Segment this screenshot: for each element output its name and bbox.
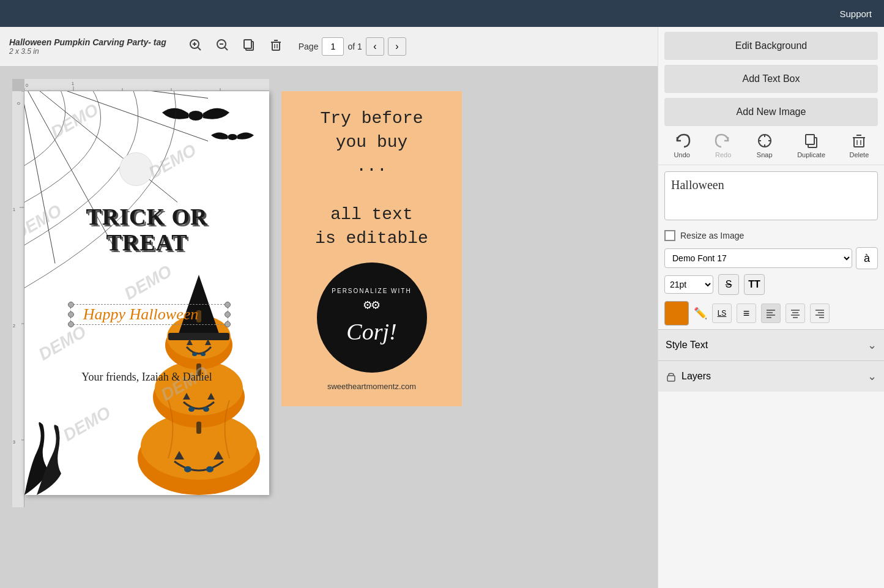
resize-as-image-checkbox[interactable] (664, 230, 675, 241)
svg-point-63 (206, 466, 214, 472)
moon (119, 152, 153, 186)
strikethrough-button[interactable]: S (718, 274, 739, 295)
svg-line-40 (24, 91, 208, 99)
align-left-button[interactable] (761, 303, 781, 323)
color-swatch[interactable] (664, 301, 689, 326)
snap-icon (756, 132, 773, 149)
svg-rect-51 (168, 333, 229, 340)
preview-logo-circle: PERSONALIZE WITH ⚙️⚙️ Corj! (317, 262, 427, 373)
doc-title-sub: 2 x 3.5 in (9, 47, 166, 56)
style-text-label: Style Text (666, 340, 708, 351)
canvas-area: Halloween Pumpkin Carving Party- tag 2 x… (0, 27, 658, 588)
svg-text:2: 2 (13, 324, 15, 328)
style-text-section[interactable]: Style Text ⌄ (658, 329, 884, 360)
svg-text:3: 3 (13, 440, 15, 444)
svg-line-35 (24, 91, 208, 141)
font-select[interactable]: Demo Font 17 (664, 248, 852, 268)
happy-halloween-text: Happy Halloween (73, 305, 208, 324)
svg-text:0: 0 (17, 102, 21, 105)
svg-point-55 (201, 352, 206, 356)
svg-point-62 (184, 466, 191, 472)
add-text-box-button[interactable]: Add Text Box (664, 65, 878, 93)
undo-icon (674, 132, 691, 149)
svg-line-1 (198, 47, 201, 50)
page-nav: Page of 1 ‹ › (299, 37, 406, 56)
color-alignment-row: ✏️ LS ≡ (658, 297, 884, 329)
font-size-select[interactable]: 21pt (664, 275, 713, 294)
trick-or-treat-text: TRICK OR TREAT (80, 204, 214, 256)
add-new-image-button[interactable]: Add New Image (664, 98, 878, 126)
snap-button[interactable]: Snap (756, 132, 773, 158)
topbar: Support (0, 0, 884, 27)
logo-brand: Corj! (346, 318, 396, 345)
duplicate-button[interactable]: Duplicate (797, 132, 825, 158)
undo-button[interactable]: Undo (674, 132, 691, 158)
toolbar: Halloween Pumpkin Carving Party- tag 2 x… (0, 27, 658, 67)
delete-icon (850, 132, 867, 149)
ruler-top: 0 1 (24, 79, 269, 91)
duplicate-icon (803, 132, 820, 149)
card-canvas[interactable]: TRICK OR TREAT Happy Halloween (24, 91, 269, 495)
page-input[interactable] (322, 37, 344, 56)
delete-toolbar-button[interactable] (266, 35, 286, 58)
size-style-row: 21pt S TT (658, 272, 884, 297)
prev-page-button[interactable]: ‹ (366, 37, 384, 56)
delete-button[interactable]: Delete (849, 132, 869, 158)
font-selector-row: Demo Font 17 à (658, 245, 884, 272)
svg-line-36 (24, 91, 177, 203)
support-link[interactable]: Support (839, 9, 872, 19)
lock-icon (666, 371, 677, 382)
align-center-button[interactable] (786, 303, 805, 323)
main-layout: Halloween Pumpkin Carving Party- tag 2 x… (0, 27, 884, 588)
svg-rect-8 (244, 40, 251, 48)
text-edit-input[interactable]: Halloween (664, 171, 878, 220)
logo-gears-icon: ⚙️⚙️ (363, 297, 380, 313)
next-page-button[interactable]: › (388, 37, 406, 56)
letter-spacing-button[interactable]: LS (712, 303, 732, 323)
page-label: Page (299, 42, 319, 51)
ruler-corner (12, 79, 24, 91)
svg-line-5 (225, 47, 228, 50)
resize-as-image-label: Resize as Image (680, 231, 744, 240)
layers-section[interactable]: Layers ⌄ (658, 360, 884, 392)
svg-point-59 (203, 407, 209, 412)
logo-top-text: PERSONALIZE WITH (332, 288, 411, 294)
preview-text: Try before you buy ... all text is edita… (291, 106, 453, 250)
doc-title: Halloween Pumpkin Carving Party- tag 2 x… (9, 37, 166, 56)
resize-as-image-row: Resize as Image (658, 226, 884, 245)
rp-toolbar: Undo Redo Snap Duplicate Delete (658, 126, 884, 165)
page-of: of 1 (347, 42, 362, 51)
align-right-button[interactable] (810, 303, 830, 323)
claw-bottom-left (24, 422, 86, 495)
font-special-button[interactable]: à (856, 247, 878, 269)
canvas-viewport[interactable]: 0 1 (0, 67, 658, 588)
preview-website: sweetheartmomentz.com (291, 382, 453, 391)
svg-text:0: 0 (26, 83, 28, 87)
svg-rect-9 (272, 42, 280, 50)
redo-button[interactable]: Redo (715, 132, 732, 158)
svg-rect-66 (196, 422, 201, 434)
zoom-in-button[interactable] (185, 35, 206, 58)
title-case-button[interactable]: TT (744, 274, 765, 295)
your-friends-text: Your friends, Izaiah & Daniel (80, 370, 214, 385)
happy-halloween-selected[interactable]: Happy Halloween (73, 305, 225, 324)
layers-label: Layers (682, 371, 711, 382)
layers-chevron-icon: ⌄ (867, 370, 877, 383)
preview-panel: Try before you buy ... all text is edita… (281, 91, 462, 406)
line-height-button[interactable]: ≡ (737, 303, 756, 323)
svg-point-58 (188, 407, 195, 412)
copy-button[interactable] (239, 35, 259, 58)
doc-title-main: Halloween Pumpkin Carving Party- tag (9, 37, 166, 47)
color-picker-icon[interactable]: ✏️ (694, 307, 707, 320)
svg-text:1: 1 (72, 81, 74, 86)
zoom-out-button[interactable] (212, 35, 232, 58)
redo-icon (715, 132, 732, 149)
edit-background-button[interactable]: Edit Background (664, 32, 878, 60)
svg-line-38 (24, 91, 55, 264)
style-text-chevron-icon: ⌄ (867, 338, 877, 352)
svg-rect-74 (854, 138, 864, 147)
svg-point-54 (192, 352, 197, 356)
right-panel: Edit Background Add Text Box Add New Ima… (658, 27, 884, 588)
svg-text:1: 1 (13, 207, 15, 212)
ruler-left: 0 1 2 3 (12, 91, 24, 507)
